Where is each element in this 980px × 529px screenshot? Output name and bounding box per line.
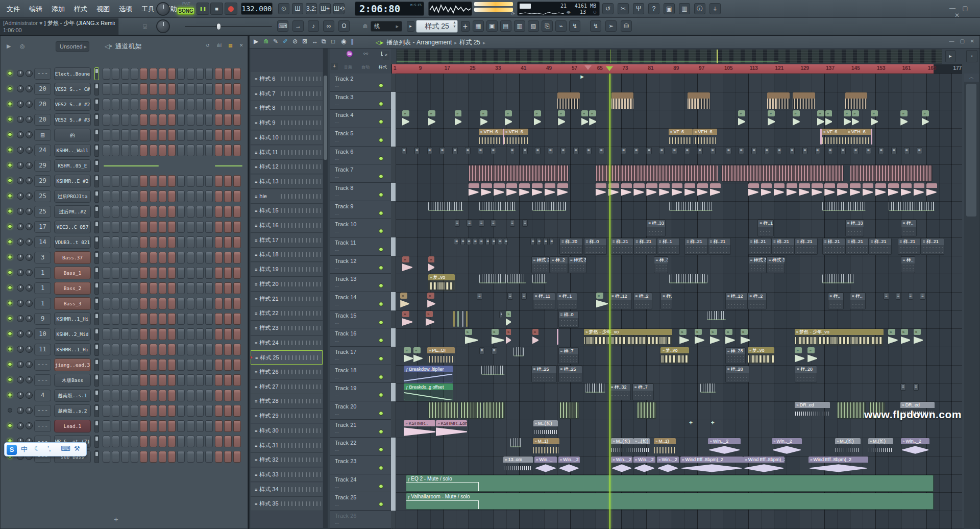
step-cell[interactable] bbox=[205, 374, 213, 386]
minimap-dot-button[interactable]: • bbox=[966, 50, 977, 62]
playlist-clip[interactable] bbox=[697, 183, 708, 197]
step-cell[interactable] bbox=[205, 68, 213, 80]
channel-mini-fader[interactable] bbox=[94, 312, 99, 325]
step-cell[interactable] bbox=[177, 114, 185, 126]
step-cell[interactable] bbox=[140, 390, 148, 401]
tool-icon-1[interactable]: ✂ bbox=[618, 3, 629, 14]
playlist-clip[interactable]: ≡ bbox=[904, 147, 910, 154]
playlist-clip[interactable]: » bbox=[725, 329, 735, 345]
step-cell[interactable] bbox=[140, 282, 148, 294]
playlist-clip[interactable] bbox=[799, 183, 810, 197]
playlist-clip[interactable] bbox=[822, 274, 854, 283]
playlist-clip[interactable]: ≡样..1 bbox=[757, 220, 773, 236]
transport-icon-4[interactable]: Ш⟲ bbox=[333, 3, 345, 14]
step-cell[interactable] bbox=[196, 83, 204, 95]
track-color-strip[interactable] bbox=[391, 420, 396, 438]
ruler-marker[interactable] bbox=[584, 65, 592, 70]
step-cell[interactable] bbox=[196, 68, 204, 80]
step-cell[interactable] bbox=[112, 298, 119, 309]
step-cell[interactable] bbox=[103, 129, 110, 141]
track-mute-led[interactable] bbox=[379, 393, 383, 397]
channel-pan-knob[interactable] bbox=[17, 422, 24, 429]
step-cell[interactable] bbox=[224, 451, 232, 463]
playlist-clip[interactable]: ≡ bbox=[777, 147, 782, 154]
channel-volume-knob[interactable] bbox=[26, 422, 33, 429]
step-cell[interactable] bbox=[168, 236, 176, 248]
channel-volume-knob[interactable] bbox=[26, 162, 33, 169]
time-display[interactable]: 2:06:80 M:S:CS bbox=[355, 2, 424, 16]
channel-target-number[interactable]: --- bbox=[34, 68, 51, 80]
step-cell[interactable] bbox=[121, 359, 129, 371]
step-cell[interactable] bbox=[196, 145, 204, 156]
step-cell[interactable] bbox=[215, 390, 223, 401]
track-mute-led[interactable] bbox=[379, 429, 383, 434]
channel-mini-fader[interactable] bbox=[94, 159, 99, 172]
step-cell[interactable] bbox=[168, 252, 176, 263]
playlist-clip[interactable]: ≡ bbox=[828, 147, 834, 154]
channel-mini-fader[interactable] bbox=[94, 374, 99, 387]
toggle-icon-4[interactable]: ▧ bbox=[528, 20, 539, 32]
step-cell[interactable] bbox=[196, 267, 204, 279]
pattern-item[interactable]: ≡样式 8 bbox=[251, 101, 323, 115]
track-header[interactable]: Track 12--- bbox=[330, 256, 391, 274]
step-cell[interactable] bbox=[140, 374, 148, 386]
channel-volume-knob[interactable] bbox=[26, 131, 33, 138]
step-cell[interactable] bbox=[103, 374, 110, 386]
playlist-clip[interactable]: »M..(长) bbox=[611, 438, 633, 455]
playlist-clip[interactable] bbox=[469, 165, 569, 182]
playlist-clip[interactable] bbox=[710, 183, 721, 197]
track-header[interactable]: Track 11--- bbox=[330, 237, 391, 256]
track-color-strip[interactable] bbox=[391, 438, 396, 456]
row2-icon-0[interactable]: ⌨ bbox=[277, 20, 288, 32]
channel-button[interactable]: VES2 S..- C# bbox=[54, 83, 91, 95]
step-cell[interactable] bbox=[131, 359, 138, 371]
step-cell[interactable] bbox=[224, 405, 232, 417]
playlist-clip[interactable] bbox=[863, 183, 873, 197]
picker-tab-pattern-label[interactable]: 样式 bbox=[379, 64, 387, 70]
step-cell[interactable] bbox=[177, 206, 185, 218]
playlist-clip[interactable] bbox=[888, 183, 899, 197]
track-header[interactable]: Track 6--- bbox=[330, 147, 391, 165]
step-cell[interactable] bbox=[187, 175, 194, 187]
channel-mini-fader[interactable] bbox=[94, 297, 99, 310]
snap-selector[interactable]: 线 ▸ bbox=[371, 21, 402, 32]
step-cell[interactable] bbox=[215, 129, 223, 141]
step-cell[interactable] bbox=[140, 83, 148, 95]
pattern-item[interactable]: ≡样式 27 bbox=[251, 380, 323, 394]
step-cell[interactable] bbox=[140, 252, 148, 263]
transport-icon-2[interactable]: 3.2: bbox=[306, 3, 317, 14]
step-cell[interactable] bbox=[187, 374, 194, 386]
track-mute-led[interactable] bbox=[379, 502, 383, 507]
step-cell[interactable] bbox=[205, 328, 213, 340]
channel-button[interactable]: KSHM..05_E bbox=[54, 159, 91, 172]
playlist-clip[interactable]: ≡ bbox=[536, 238, 541, 245]
channel-target-number[interactable]: 10 bbox=[34, 328, 51, 340]
playlist-clip[interactable]: »Win.._2 bbox=[558, 456, 580, 473]
step-cell[interactable] bbox=[215, 68, 223, 80]
track-color-strip[interactable] bbox=[391, 147, 396, 165]
track-mute-led[interactable] bbox=[379, 447, 383, 452]
playlist-clip[interactable]: ≡ bbox=[414, 147, 420, 154]
channel-pan-knob[interactable] bbox=[17, 208, 24, 215]
playlist-clip[interactable]: ≡ bbox=[467, 220, 472, 227]
step-cell[interactable] bbox=[215, 83, 223, 95]
channel-button[interactable]: KSHMR..E #2 bbox=[54, 175, 91, 187]
step-cell[interactable] bbox=[112, 145, 119, 156]
playlist-clip[interactable]: ≡ bbox=[646, 147, 652, 154]
step-cell[interactable] bbox=[140, 190, 148, 202]
pattern-item[interactable]: ≡样式 25 bbox=[251, 350, 323, 365]
step-cell[interactable] bbox=[187, 190, 194, 202]
step-cell[interactable] bbox=[103, 420, 110, 432]
playlist-clip[interactable]: ≡样..7 bbox=[632, 383, 654, 400]
playlist-clip[interactable] bbox=[557, 92, 580, 109]
step-cell[interactable] bbox=[159, 359, 166, 371]
track-color-strip[interactable] bbox=[391, 456, 396, 474]
step-cell[interactable] bbox=[233, 436, 241, 447]
step-cell[interactable] bbox=[233, 129, 241, 141]
step-cell[interactable] bbox=[168, 328, 176, 340]
channel-mini-fader[interactable] bbox=[94, 67, 99, 80]
step-cell[interactable] bbox=[150, 328, 157, 340]
playlist-clip[interactable]: ≡ bbox=[521, 293, 527, 300]
track-color-strip[interactable] bbox=[391, 164, 396, 183]
playlist-clip[interactable]: » bbox=[404, 347, 413, 363]
